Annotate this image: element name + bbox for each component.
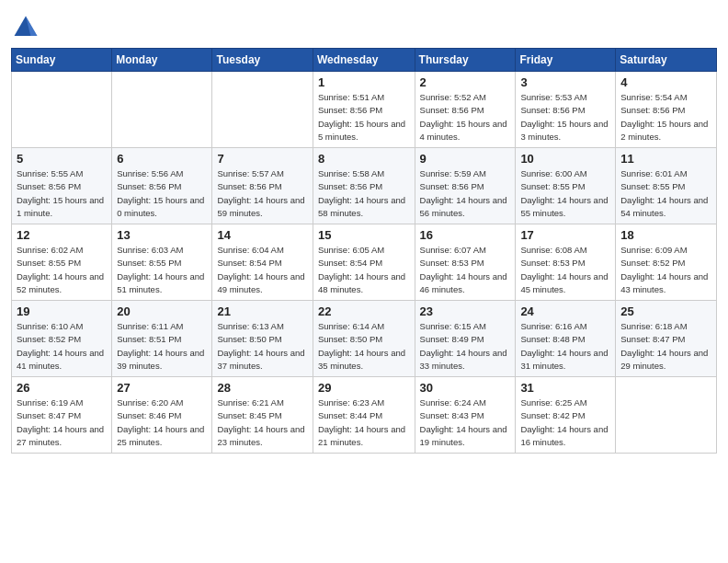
calendar-cell-2-6: 10Sunrise: 6:00 AMSunset: 8:55 PMDayligh… xyxy=(516,148,616,224)
calendar-cell-4-3: 21Sunrise: 6:13 AMSunset: 8:50 PMDayligh… xyxy=(212,301,313,377)
day-info: Sunrise: 5:57 AMSunset: 8:56 PMDaylight:… xyxy=(217,167,308,220)
day-info: Sunrise: 6:11 AMSunset: 8:51 PMDaylight:… xyxy=(117,320,208,373)
day-info: Sunrise: 6:19 AMSunset: 8:47 PMDaylight:… xyxy=(17,396,108,449)
day-info: Sunrise: 6:16 AMSunset: 8:48 PMDaylight:… xyxy=(520,320,611,373)
calendar-cell-1-5: 2Sunrise: 5:52 AMSunset: 8:56 PMDaylight… xyxy=(415,72,516,148)
day-info: Sunrise: 6:01 AMSunset: 8:55 PMDaylight:… xyxy=(620,167,712,220)
day-number: 13 xyxy=(117,228,208,242)
day-info: Sunrise: 5:51 AMSunset: 8:56 PMDaylight:… xyxy=(318,91,411,144)
day-number: 4 xyxy=(620,75,712,89)
calendar-cell-3-1: 12Sunrise: 6:02 AMSunset: 8:55 PMDayligh… xyxy=(12,224,112,301)
day-info: Sunrise: 6:02 AMSunset: 8:55 PMDaylight:… xyxy=(17,244,108,296)
logo xyxy=(11,13,44,42)
day-info: Sunrise: 6:05 AMSunset: 8:54 PMDaylight:… xyxy=(318,244,411,296)
day-info: Sunrise: 6:20 AMSunset: 8:46 PMDaylight:… xyxy=(117,396,208,449)
calendar-cell-1-2 xyxy=(112,72,212,148)
day-number: 27 xyxy=(117,381,208,395)
calendar-cell-3-4: 15Sunrise: 6:05 AMSunset: 8:54 PMDayligh… xyxy=(313,224,415,301)
calendar-cell-4-7: 25Sunrise: 6:18 AMSunset: 8:47 PMDayligh… xyxy=(616,301,717,377)
day-number: 17 xyxy=(520,228,611,242)
calendar-cell-5-7 xyxy=(616,377,717,454)
calendar-cell-3-5: 16Sunrise: 6:07 AMSunset: 8:53 PMDayligh… xyxy=(415,224,516,301)
day-number: 19 xyxy=(17,304,108,318)
calendar-cell-5-3: 28Sunrise: 6:21 AMSunset: 8:45 PMDayligh… xyxy=(212,377,313,454)
day-info: Sunrise: 6:03 AMSunset: 8:55 PMDaylight:… xyxy=(117,244,208,296)
calendar-cell-1-3 xyxy=(212,72,313,148)
day-number: 29 xyxy=(318,381,411,395)
calendar-cell-4-5: 23Sunrise: 6:15 AMSunset: 8:49 PMDayligh… xyxy=(415,301,516,377)
calendar-cell-3-2: 13Sunrise: 6:03 AMSunset: 8:55 PMDayligh… xyxy=(112,224,212,301)
calendar-cell-3-3: 14Sunrise: 6:04 AMSunset: 8:54 PMDayligh… xyxy=(212,224,313,301)
day-info: Sunrise: 6:09 AMSunset: 8:52 PMDaylight:… xyxy=(620,244,712,296)
day-info: Sunrise: 6:14 AMSunset: 8:50 PMDaylight:… xyxy=(318,320,411,373)
day-number: 2 xyxy=(420,75,512,89)
day-info: Sunrise: 5:53 AMSunset: 8:56 PMDaylight:… xyxy=(520,91,611,144)
calendar-week-row-1: 1Sunrise: 5:51 AMSunset: 8:56 PMDaylight… xyxy=(12,72,717,148)
day-number: 21 xyxy=(217,304,308,318)
calendar-cell-1-7: 4Sunrise: 5:54 AMSunset: 8:56 PMDaylight… xyxy=(616,72,717,148)
calendar-cell-4-2: 20Sunrise: 6:11 AMSunset: 8:51 PMDayligh… xyxy=(112,301,212,377)
day-number: 22 xyxy=(318,304,411,318)
calendar-cell-1-1 xyxy=(12,72,112,148)
calendar-cell-5-6: 31Sunrise: 6:25 AMSunset: 8:42 PMDayligh… xyxy=(516,377,616,454)
calendar-cell-2-7: 11Sunrise: 6:01 AMSunset: 8:55 PMDayligh… xyxy=(616,148,717,224)
calendar-week-row-2: 5Sunrise: 5:55 AMSunset: 8:56 PMDaylight… xyxy=(12,148,717,224)
calendar-week-row-4: 19Sunrise: 6:10 AMSunset: 8:52 PMDayligh… xyxy=(12,301,717,377)
logo-icon xyxy=(11,13,40,42)
calendar-cell-1-6: 3Sunrise: 5:53 AMSunset: 8:56 PMDaylight… xyxy=(516,72,616,148)
day-info: Sunrise: 5:58 AMSunset: 8:56 PMDaylight:… xyxy=(318,167,411,220)
calendar-cell-3-6: 17Sunrise: 6:08 AMSunset: 8:53 PMDayligh… xyxy=(516,224,616,301)
day-number: 7 xyxy=(217,152,308,166)
calendar-cell-5-4: 29Sunrise: 6:23 AMSunset: 8:44 PMDayligh… xyxy=(313,377,415,454)
day-info: Sunrise: 6:15 AMSunset: 8:49 PMDaylight:… xyxy=(420,320,512,373)
day-info: Sunrise: 6:10 AMSunset: 8:52 PMDaylight:… xyxy=(17,320,108,373)
calendar-cell-2-2: 6Sunrise: 5:56 AMSunset: 8:56 PMDaylight… xyxy=(112,148,212,224)
day-number: 3 xyxy=(520,75,611,89)
calendar-cell-5-5: 30Sunrise: 6:24 AMSunset: 8:43 PMDayligh… xyxy=(415,377,516,454)
day-number: 18 xyxy=(620,228,712,242)
header xyxy=(11,9,717,42)
day-info: Sunrise: 5:55 AMSunset: 8:56 PMDaylight:… xyxy=(17,167,108,220)
day-info: Sunrise: 6:00 AMSunset: 8:55 PMDaylight:… xyxy=(520,167,611,220)
day-info: Sunrise: 6:23 AMSunset: 8:44 PMDaylight:… xyxy=(318,396,411,449)
calendar-cell-2-3: 7Sunrise: 5:57 AMSunset: 8:56 PMDaylight… xyxy=(212,148,313,224)
calendar-week-row-3: 12Sunrise: 6:02 AMSunset: 8:55 PMDayligh… xyxy=(12,224,717,301)
day-info: Sunrise: 5:56 AMSunset: 8:56 PMDaylight:… xyxy=(117,167,208,220)
calendar-cell-3-7: 18Sunrise: 6:09 AMSunset: 8:52 PMDayligh… xyxy=(616,224,717,301)
day-number: 14 xyxy=(217,228,308,242)
day-info: Sunrise: 6:13 AMSunset: 8:50 PMDaylight:… xyxy=(217,320,308,373)
calendar-cell-2-5: 9Sunrise: 5:59 AMSunset: 8:56 PMDaylight… xyxy=(415,148,516,224)
day-number: 26 xyxy=(17,381,108,395)
calendar-header-row: SundayMondayTuesdayWednesdayThursdayFrid… xyxy=(12,49,717,72)
calendar-header-saturday: Saturday xyxy=(616,49,717,72)
calendar-cell-4-6: 24Sunrise: 6:16 AMSunset: 8:48 PMDayligh… xyxy=(516,301,616,377)
day-number: 6 xyxy=(117,152,208,166)
calendar-table: SundayMondayTuesdayWednesdayThursdayFrid… xyxy=(11,48,717,454)
day-number: 15 xyxy=(318,228,411,242)
day-info: Sunrise: 6:21 AMSunset: 8:45 PMDaylight:… xyxy=(217,396,308,449)
day-info: Sunrise: 5:59 AMSunset: 8:56 PMDaylight:… xyxy=(420,167,512,220)
calendar-header-thursday: Thursday xyxy=(415,49,516,72)
day-number: 31 xyxy=(520,381,611,395)
day-number: 16 xyxy=(420,228,512,242)
day-number: 11 xyxy=(620,152,712,166)
day-number: 10 xyxy=(520,152,611,166)
calendar-cell-2-1: 5Sunrise: 5:55 AMSunset: 8:56 PMDaylight… xyxy=(12,148,112,224)
page: SundayMondayTuesdayWednesdayThursdayFrid… xyxy=(0,0,728,563)
day-number: 9 xyxy=(420,152,512,166)
day-info: Sunrise: 6:18 AMSunset: 8:47 PMDaylight:… xyxy=(620,320,712,373)
day-number: 5 xyxy=(17,152,108,166)
day-info: Sunrise: 5:52 AMSunset: 8:56 PMDaylight:… xyxy=(420,91,512,144)
day-info: Sunrise: 6:25 AMSunset: 8:42 PMDaylight:… xyxy=(520,396,611,449)
calendar-cell-5-1: 26Sunrise: 6:19 AMSunset: 8:47 PMDayligh… xyxy=(12,377,112,454)
day-info: Sunrise: 6:08 AMSunset: 8:53 PMDaylight:… xyxy=(520,244,611,296)
day-number: 1 xyxy=(318,75,411,89)
day-number: 24 xyxy=(520,304,611,318)
calendar-cell-5-2: 27Sunrise: 6:20 AMSunset: 8:46 PMDayligh… xyxy=(112,377,212,454)
day-number: 28 xyxy=(217,381,308,395)
day-info: Sunrise: 5:54 AMSunset: 8:56 PMDaylight:… xyxy=(620,91,712,144)
day-number: 25 xyxy=(620,304,712,318)
calendar-header-sunday: Sunday xyxy=(12,49,112,72)
day-number: 20 xyxy=(117,304,208,318)
calendar-header-tuesday: Tuesday xyxy=(212,49,313,72)
